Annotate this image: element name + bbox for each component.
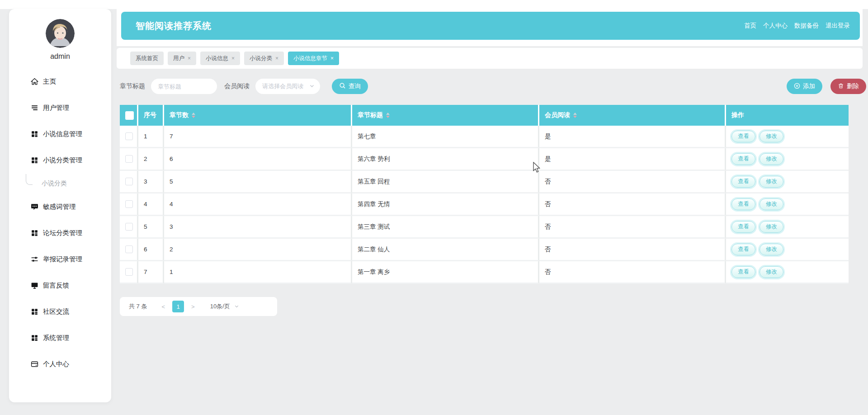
delete-button[interactable]: 删除	[830, 79, 866, 94]
tab-novel-category[interactable]: 小说分类×	[244, 52, 284, 65]
row-checkbox[interactable]	[125, 245, 133, 253]
view-button[interactable]: 查看	[731, 266, 755, 278]
edit-button[interactable]: 修改	[760, 176, 783, 188]
view-button[interactable]: 查看	[731, 244, 755, 255]
sidebar-item-sensitive-word-management[interactable]: 敏感词管理	[9, 193, 111, 220]
cell-ops: 查看修改	[726, 261, 849, 284]
sidebar-item-novel-category[interactable]: 小说分类	[9, 173, 111, 193]
row-checkbox[interactable]	[125, 132, 133, 140]
edit-button[interactable]: 修改	[760, 244, 783, 255]
sidebar-item-novel-info-management[interactable]: 小说信息管理	[9, 121, 111, 147]
sidebar-profile: admin	[9, 19, 111, 61]
tab-novel-info[interactable]: 小说信息×	[200, 52, 240, 65]
sidebar-item-label: 敏感词管理	[43, 203, 76, 211]
close-icon[interactable]: ×	[188, 56, 191, 61]
search-button[interactable]: 查询	[332, 79, 368, 94]
cell-no: 7	[138, 261, 164, 284]
header-cell-no: 序号	[138, 105, 164, 126]
close-icon[interactable]: ×	[231, 56, 235, 61]
add-button[interactable]: 添加	[787, 79, 822, 94]
tab-system-home[interactable]: 系统首页	[130, 52, 164, 65]
cell-ops: 查看修改	[726, 239, 849, 261]
sidebar-item-personal-center[interactable]: 个人中心	[9, 351, 111, 377]
sliders-icon	[31, 255, 38, 263]
home-icon	[31, 78, 38, 85]
header-cell-title[interactable]: 章节标题	[352, 105, 539, 126]
view-button[interactable]: 查看	[731, 131, 755, 142]
member-read-placeholder: 请选择会员阅读	[262, 82, 303, 90]
page-size-value: 10条/页	[210, 302, 230, 311]
column-label: 序号	[144, 111, 156, 119]
page-number-button[interactable]: 1	[172, 301, 184, 312]
view-button[interactable]: 查看	[731, 198, 755, 210]
table-row: 35第五章 回程否查看修改	[120, 171, 849, 193]
edit-button[interactable]: 修改	[760, 266, 783, 278]
tab-user[interactable]: 用户×	[168, 52, 196, 65]
header-cell-member[interactable]: 会员阅读	[539, 105, 726, 126]
row-checkbox[interactable]	[125, 268, 133, 276]
sidebar-item-home[interactable]: 主页	[9, 68, 111, 94]
cell-ops: 查看修改	[726, 171, 849, 193]
column-label: 操作	[731, 111, 744, 119]
nav-data-backup[interactable]: 数据备份	[794, 22, 819, 30]
sidebar-item-report-record-management[interactable]: 举报记录管理	[9, 246, 111, 272]
edit-button[interactable]: 修改	[760, 131, 783, 142]
sort-caret-icon[interactable]	[192, 113, 195, 118]
sidebar-item-message-feedback[interactable]: 留言反馈	[9, 272, 111, 298]
row-checkbox[interactable]	[125, 223, 133, 231]
cell-count: 5	[164, 171, 352, 193]
table-row: 26第六章 势利是查看修改	[120, 148, 849, 171]
close-icon[interactable]: ×	[275, 56, 278, 61]
search-icon	[339, 82, 346, 90]
header-cell-count[interactable]: 章节数	[164, 105, 352, 126]
cell-member: 否	[539, 216, 726, 239]
row-checkbox[interactable]	[125, 178, 133, 185]
sort-caret-icon[interactable]	[386, 113, 390, 118]
sidebar-item-label: 用户管理	[43, 104, 69, 112]
sidebar-item-user-management[interactable]: 用户管理	[9, 94, 111, 121]
view-button[interactable]: 查看	[731, 221, 755, 233]
row-checkbox[interactable]	[125, 155, 133, 163]
tab-novel-info-chapter[interactable]: 小说信息章节×	[288, 52, 339, 65]
view-button[interactable]: 查看	[731, 176, 755, 188]
member-read-select[interactable]: 请选择会员阅读	[255, 79, 320, 94]
edit-button[interactable]: 修改	[760, 153, 783, 165]
nav-home[interactable]: 首页	[744, 22, 756, 30]
sidebar-item-label: 小说分类管理	[43, 156, 82, 165]
grid-icon	[31, 130, 38, 138]
next-page-button[interactable]: >	[187, 303, 199, 310]
member-read-label: 会员阅读	[224, 82, 250, 90]
chevron-down-icon	[309, 82, 315, 90]
grid-icon	[31, 156, 38, 164]
sidebar-item-community-exchange[interactable]: 社区交流	[9, 298, 111, 325]
view-button[interactable]: 查看	[731, 153, 755, 165]
cell-no: 1	[138, 126, 164, 148]
sidebar-item-system-management[interactable]: 系统管理	[9, 325, 111, 351]
sidebar-item-label: 系统管理	[43, 334, 69, 342]
table-row: 17第七章是查看修改	[120, 126, 849, 148]
tab-label: 小说信息	[206, 55, 228, 62]
header-cell-ops: 操作	[726, 105, 849, 126]
nav-logout[interactable]: 退出登录	[826, 22, 850, 30]
table-row: 71第一章 离乡否查看修改	[120, 261, 849, 284]
close-icon[interactable]: ×	[330, 56, 334, 61]
edit-button[interactable]: 修改	[760, 198, 783, 210]
chapter-title-input[interactable]	[151, 79, 217, 94]
edit-button[interactable]: 修改	[760, 221, 783, 233]
sidebar-item-forum-category-management[interactable]: 论坛分类管理	[9, 220, 111, 246]
chapters-table: 序号章节数章节标题会员阅读操作 17第七章是查看修改26第六章 势利是查看修改3…	[120, 105, 849, 284]
nav-personal-center[interactable]: 个人中心	[763, 22, 788, 30]
select-all-checkbox[interactable]	[125, 111, 134, 120]
cell-title: 第一章 离乡	[352, 261, 539, 284]
cell-title: 第七章	[352, 126, 539, 148]
column-label: 会员阅读	[545, 111, 570, 119]
table-header: 序号章节数章节标题会员阅读操作	[120, 105, 849, 126]
row-checkbox[interactable]	[125, 200, 133, 208]
prev-page-button[interactable]: <	[157, 303, 170, 310]
sort-caret-icon[interactable]	[573, 113, 577, 118]
cell-member: 否	[539, 239, 726, 261]
sidebar-item-novel-category-management[interactable]: 小说分类管理	[9, 147, 111, 173]
page-size-select[interactable]: 10条/页	[210, 302, 239, 311]
user-avatar	[46, 19, 75, 48]
app-title: 智能阅读推荐系统	[136, 20, 212, 32]
